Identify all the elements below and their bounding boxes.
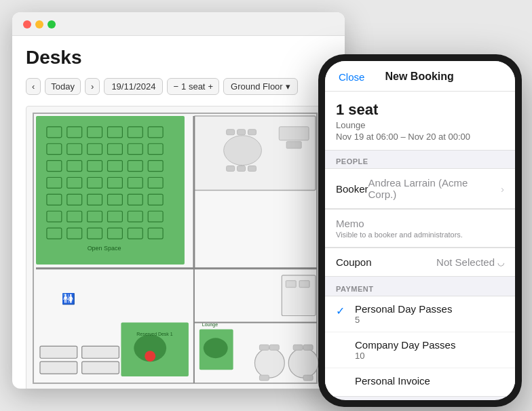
floor-plan: Open Space 🚻 (26, 106, 330, 389)
mobile-device: Close New Booking 1 seat Lounge Nov 19 a… (318, 54, 522, 407)
next-button[interactable]: › (85, 78, 100, 95)
svg-rect-59 (82, 346, 119, 358)
svg-rect-50 (227, 166, 235, 172)
svg-rect-79 (299, 281, 309, 288)
seats-control: − 1 seat + (167, 78, 219, 95)
chevron-down-icon: ▾ (286, 81, 290, 92)
svg-rect-65 (269, 345, 279, 350)
svg-rect-58 (40, 346, 77, 358)
payment-name-company: Company Day Passes (355, 339, 455, 351)
floor-label: Ground Floor (231, 81, 283, 92)
prev-button[interactable]: ‹ (26, 78, 41, 95)
mobile-nav: Close New Booking (325, 61, 515, 92)
svg-rect-69 (303, 375, 313, 380)
coupon-value: Not Selected ◡ (436, 256, 504, 268)
svg-rect-60 (40, 361, 77, 374)
mobile-body: 1 seat Lounge Nov 19 at 06:00 – Nov 20 a… (325, 92, 515, 400)
svg-rect-48 (238, 130, 246, 135)
seats-value: 1 seat (181, 81, 205, 92)
payment-option-personal-day-passes[interactable]: ✓ Personal Day Passes 5 (325, 296, 515, 332)
svg-rect-47 (227, 130, 235, 135)
payment-count: 5 (355, 315, 452, 325)
booker-group: Booker Andrea Larrain (Acme Corp.) › (325, 168, 515, 209)
minimize-traffic-light[interactable] (35, 20, 43, 28)
svg-rect-52 (248, 166, 256, 172)
people-section-label: PEOPLE (325, 151, 515, 168)
booker-row[interactable]: Booker Andrea Larrain (Acme Corp.) › (325, 169, 515, 208)
booking-date: Nov 19 at 06:00 – Nov 20 at 00:00 (336, 132, 504, 142)
toolbar: ‹ Today › 19/11/2024 − 1 seat + Ground F… (26, 78, 331, 95)
mobile-screen: Close New Booking 1 seat Lounge Nov 19 a… (325, 61, 515, 400)
coupon-group: Coupon Not Selected ◡ (325, 248, 515, 277)
svg-text:Lounge: Lounge (202, 322, 218, 328)
svg-rect-49 (248, 130, 256, 135)
svg-text:Open Space: Open Space (88, 245, 121, 252)
svg-point-46 (224, 136, 262, 165)
booker-value: Andrea Larrain (Acme Corp.) › (368, 177, 504, 200)
payment-option-company-day-passes[interactable]: ✓ Company Day Passes 10 (325, 332, 515, 368)
memo-field[interactable]: Memo Visible to a booker and administrat… (325, 209, 515, 248)
window-titlebar (12, 12, 345, 36)
svg-point-63 (288, 348, 318, 378)
seats-plus[interactable]: + (208, 81, 213, 92)
payment-count-company: 10 (355, 351, 455, 361)
empty-icon: ✓ (336, 340, 348, 353)
coupon-row[interactable]: Coupon Not Selected ◡ (325, 248, 515, 276)
desktop-window: Desks ‹ Today › 19/11/2024 − 1 seat + Gr… (12, 12, 345, 389)
date-display: 19/11/2024 (104, 78, 163, 95)
checkmark-icon: ✓ (336, 305, 348, 317)
booker-label: Booker (336, 183, 368, 195)
booking-title: 1 seat (336, 101, 504, 119)
svg-point-72 (145, 351, 155, 361)
svg-rect-66 (293, 345, 303, 350)
memo-hint: Visible to a booker and administrators. (336, 231, 504, 239)
window-content: Desks ‹ Today › 19/11/2024 − 1 seat + Gr… (12, 36, 345, 389)
booking-subtitle: Lounge (336, 120, 504, 130)
svg-rect-78 (286, 281, 296, 288)
page-title: Desks (26, 47, 331, 68)
svg-rect-68 (259, 375, 269, 380)
booking-header: 1 seat Lounge Nov 19 at 06:00 – Nov 20 a… (325, 92, 515, 151)
svg-text:🚻: 🚻 (62, 292, 75, 305)
payment-section-label: PAYMENT (325, 278, 515, 296)
svg-rect-67 (303, 345, 313, 350)
payment-options-group: ✓ Personal Day Passes 5 ✓ Company Day Pa… (325, 296, 515, 397)
floor-selector[interactable]: Ground Floor ▾ (223, 78, 298, 95)
today-button[interactable]: Today (45, 78, 81, 95)
payment-name-invoice: Personal Invoice (355, 375, 430, 387)
svg-rect-54 (286, 142, 301, 149)
payment-info-invoice: Personal Invoice (355, 375, 430, 387)
chevron-right-icon: › (501, 183, 504, 195)
seats-minus[interactable]: − (173, 81, 178, 92)
svg-point-75 (204, 338, 228, 358)
close-traffic-light[interactable] (23, 20, 31, 28)
svg-rect-51 (238, 166, 246, 172)
svg-rect-64 (259, 345, 269, 350)
nav-title: New Booking (385, 71, 454, 83)
svg-rect-1 (36, 116, 185, 265)
svg-rect-61 (82, 361, 119, 374)
payment-name: Personal Day Passes (355, 303, 452, 315)
coupon-label: Coupon (336, 256, 372, 268)
close-button[interactable]: Close (339, 71, 364, 83)
svg-point-62 (254, 348, 284, 378)
empty-icon-2: ✓ (336, 376, 348, 389)
payment-info: Personal Day Passes 5 (355, 303, 452, 325)
svg-rect-53 (279, 127, 309, 140)
memo-placeholder: Memo (336, 218, 504, 229)
svg-text:Reserved Desk 1: Reserved Desk 1 (136, 332, 172, 336)
payment-info-company: Company Day Passes 10 (355, 339, 455, 361)
traffic-lights (23, 20, 56, 28)
chevron-down-icon: ◡ (497, 258, 504, 267)
maximize-traffic-light[interactable] (48, 20, 56, 28)
payment-option-personal-invoice[interactable]: ✓ Personal Invoice (325, 368, 515, 396)
